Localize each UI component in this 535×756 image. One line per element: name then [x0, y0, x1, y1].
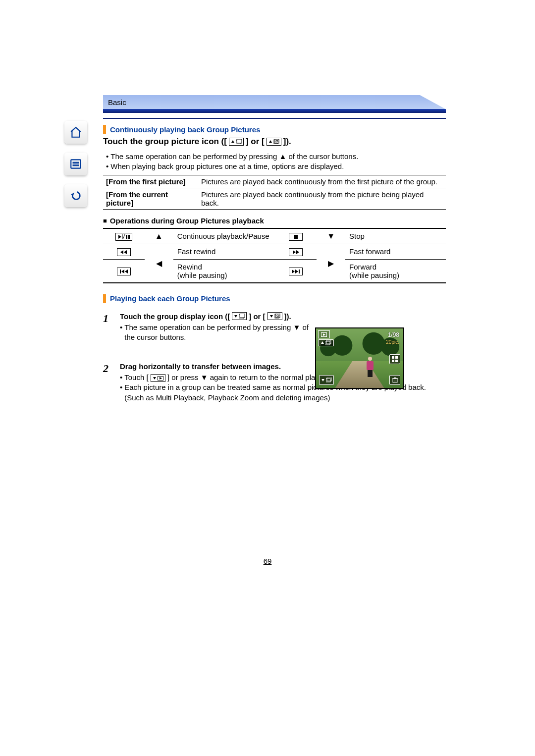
return-playback-icon — [151, 374, 165, 382]
svg-rect-21 — [299, 270, 300, 273]
stop-desc: Stop — [345, 228, 446, 244]
header-section-label: Basic — [108, 98, 126, 107]
image-counter: 1/98 — [388, 331, 399, 338]
operations-table: ▲ Continuous playback/Pause ▼ Stop ◀ Fas… — [103, 228, 446, 283]
play-pause-icon — [103, 228, 145, 244]
playback-option-table: [From the first picture] Pictures are pl… — [103, 175, 446, 210]
multi-playback-button[interactable] — [389, 354, 400, 364]
header-bar — [103, 109, 446, 113]
rewind-icon — [103, 259, 145, 283]
svg-rect-12 — [126, 235, 127, 239]
home-icon — [69, 126, 82, 139]
step-1-title: Touch the group display icon ([ ] or [ ]… — [120, 312, 446, 321]
forward-icon — [275, 259, 317, 283]
svg-rect-37 — [394, 378, 396, 378]
section-heading-each: Playing back each Group Pictures — [103, 294, 446, 303]
group-indicator-icon — [318, 339, 334, 346]
page-number: 69 — [0, 557, 535, 565]
header-rule — [103, 118, 446, 119]
fast-forward-icon — [275, 244, 317, 259]
heading-tab-icon — [103, 125, 106, 134]
play-pause-desc: Continuous playback/Pause — [173, 228, 275, 244]
svg-rect-29 — [325, 341, 330, 345]
forward-pause-desc: Forward (while pausing) — [345, 259, 446, 283]
operations-subheading: ■ Operations during Group Pictures playb… — [103, 216, 446, 225]
section-heading-label: Continuously playing back Group Pictures — [110, 125, 260, 134]
group-display-button[interactable] — [319, 375, 334, 385]
fast-forward-desc: Fast forward — [345, 244, 446, 259]
group-display-icon-2 — [268, 312, 282, 320]
section1-bullets: The same operation can be performed by p… — [103, 152, 446, 172]
group-display-icon-1 — [232, 312, 247, 320]
svg-rect-23 — [240, 314, 245, 318]
svg-rect-33 — [392, 360, 394, 362]
picture-count: 20pic. — [386, 339, 399, 345]
svg-rect-25 — [276, 314, 280, 318]
svg-rect-19 — [120, 270, 121, 273]
svg-rect-32 — [395, 356, 398, 359]
nav-back-button[interactable] — [64, 184, 87, 207]
fast-rewind-desc: Fast rewind — [173, 244, 275, 259]
svg-rect-34 — [395, 360, 398, 362]
delete-button[interactable] — [389, 375, 400, 385]
svg-rect-5 — [237, 139, 242, 143]
table-row: ◀ Fast rewind ▶ Fast forward — [103, 244, 446, 259]
back-arrow-icon — [69, 189, 82, 202]
heading-tab-icon — [103, 294, 106, 303]
table-row: ▲ Continuous playback/Pause ▼ Stop — [103, 228, 446, 244]
group-picture-icon-2 — [267, 138, 281, 146]
stop-icon — [275, 228, 317, 244]
nav-home-button[interactable] — [64, 121, 87, 144]
table-row: [From the first picture] Pictures are pl… — [103, 175, 446, 188]
svg-rect-42 — [327, 378, 331, 381]
nav-contents-button[interactable] — [64, 153, 87, 175]
section-heading-continuous: Continuously playing back Group Pictures — [103, 125, 446, 134]
list-icon — [69, 158, 82, 170]
touch-group-picture-instruction: Touch the group picture icon ([ ] or [ ]… — [103, 137, 446, 147]
group-picture-icon-1 — [229, 138, 244, 146]
svg-rect-41 — [326, 378, 330, 382]
svg-rect-31 — [392, 356, 394, 359]
svg-rect-13 — [128, 235, 130, 239]
svg-rect-15 — [294, 235, 298, 239]
manual-page: Basic Continuously playing back Group Pi… — [0, 0, 535, 756]
square-bullet-icon: ■ — [103, 217, 107, 224]
fast-rewind-icon — [103, 244, 145, 259]
rewind-pause-desc: Rewind (while pausing) — [173, 259, 275, 283]
svg-rect-7 — [275, 139, 279, 143]
side-navigation — [64, 121, 87, 207]
camera-preview-screenshot: 1/98 20pic. — [315, 327, 404, 389]
playback-mode-icon — [318, 330, 330, 338]
svg-rect-30 — [326, 340, 331, 344]
section-heading-label: Playing back each Group Pictures — [110, 294, 230, 303]
table-row: [From the current picture] Pictures are … — [103, 188, 446, 209]
header-banner: Basic — [103, 95, 446, 109]
